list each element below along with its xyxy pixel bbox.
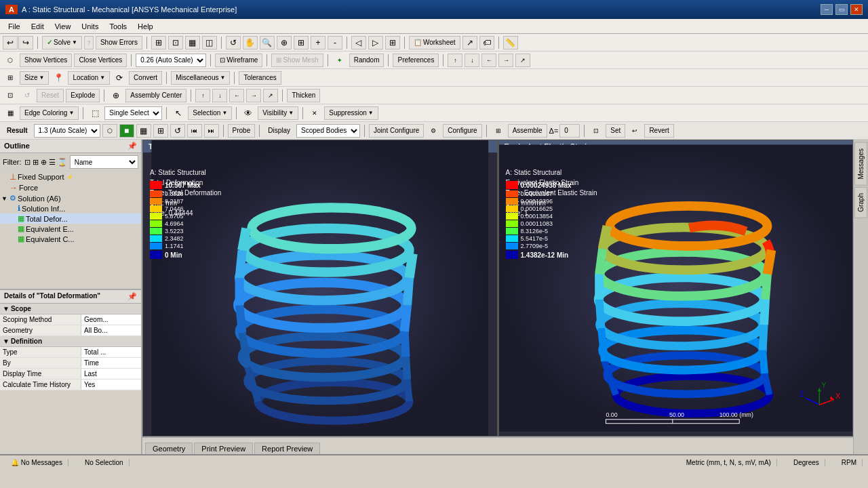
random-btn[interactable]: Random xyxy=(349,54,384,67)
thicken-btn[interactable]: Thicken xyxy=(287,89,320,102)
arrow-btn1[interactable]: ↑ xyxy=(195,89,210,102)
named-views-btn[interactable]: ⊞ xyxy=(385,36,400,49)
orient-btn3[interactable]: ← xyxy=(481,54,496,67)
orient-btn4[interactable]: → xyxy=(498,54,513,67)
configure-btn[interactable]: Configure xyxy=(443,124,481,138)
outline-pin-icon[interactable]: 📌 xyxy=(127,142,137,150)
total-deformation-viewport[interactable]: Total Deformation xyxy=(142,140,498,436)
result-icon5[interactable]: ↺ xyxy=(170,124,185,138)
menu-file[interactable]: File xyxy=(3,21,26,32)
scoped-bodies-select[interactable]: Scoped Bodies xyxy=(296,124,360,138)
new-section-plane-btn[interactable]: ⊞ xyxy=(151,36,166,49)
menu-edit[interactable]: Edit xyxy=(26,21,50,32)
selection-dropdown[interactable]: Single Select xyxy=(104,106,162,120)
result-icon7[interactable]: ⏭ xyxy=(204,124,219,138)
miscellaneous-btn[interactable]: Miscellaneous ▼ xyxy=(171,71,230,85)
menu-help[interactable]: Help xyxy=(132,21,159,32)
edge-coloring-btn[interactable]: Edge Coloring ▼ xyxy=(20,106,79,120)
ruler-btn[interactable]: 📏 xyxy=(503,36,518,49)
result-icon1[interactable]: ⬡ xyxy=(102,124,117,138)
size-btn[interactable]: Size ▼ xyxy=(20,71,49,85)
filter-select[interactable]: Name xyxy=(70,155,138,169)
images-btn[interactable]: 🏷 xyxy=(479,36,494,49)
tree-equiv-elastic[interactable]: ▦ Equivalent E... xyxy=(0,224,141,234)
tab-report-preview[interactable]: Report Preview xyxy=(254,443,320,454)
location-btn[interactable]: Location ▼ xyxy=(68,71,110,85)
probe-btn[interactable]: Probe xyxy=(228,124,256,138)
solve-info-btn[interactable]: ? xyxy=(84,36,94,49)
tab-geometry[interactable]: Geometry xyxy=(145,443,193,454)
joint-configure-btn[interactable]: Joint Configure xyxy=(369,124,424,138)
tree-equiv-c[interactable]: ▦ Equivalent C... xyxy=(0,234,141,244)
result-icon4[interactable]: ⊞ xyxy=(153,124,168,138)
zoom-fit-btn[interactable]: ⊞ xyxy=(294,36,309,49)
filter-icon4[interactable]: ☰ xyxy=(49,158,56,166)
filter-icon2[interactable]: ⊞ xyxy=(33,158,39,166)
arrow-btn5[interactable]: ↗ xyxy=(263,89,278,102)
minimize-btn[interactable]: ─ xyxy=(821,4,833,15)
delta-value[interactable]: 0 xyxy=(559,124,580,138)
restore-btn[interactable]: ▭ xyxy=(835,4,848,15)
menu-tools[interactable]: Tools xyxy=(104,21,132,32)
set-btn[interactable]: Set xyxy=(606,124,625,138)
result-icon3[interactable]: ▦ xyxy=(136,124,151,138)
definition-section-header[interactable]: ▼ Definition xyxy=(0,336,141,347)
filter-icon5[interactable]: ⌛ xyxy=(58,158,67,166)
show-vertices-btn[interactable]: Show Vertices xyxy=(20,54,72,67)
arrow-btn4[interactable]: → xyxy=(246,89,261,102)
explode-btn[interactable]: Explode xyxy=(66,89,100,102)
suppression-btn[interactable]: Suppression ▼ xyxy=(324,106,378,120)
menu-view[interactable]: View xyxy=(50,21,77,32)
tolerances-btn[interactable]: Tolerances xyxy=(239,71,281,85)
details-pin-icon[interactable]: 📌 xyxy=(127,292,137,301)
pan-btn[interactable]: ✋ xyxy=(243,36,258,49)
annotation-btn[interactable]: ↗ xyxy=(462,36,477,49)
filter-icon1[interactable]: ⊡ xyxy=(24,158,31,166)
assembly-center-btn[interactable]: Assembly Center xyxy=(125,89,186,102)
graph-tab[interactable]: Graph xyxy=(854,187,867,218)
orient-btn5[interactable]: ↗ xyxy=(515,54,530,67)
close-btn[interactable]: ✕ xyxy=(850,4,863,15)
rotate-btn[interactable]: ↺ xyxy=(226,36,241,49)
tree-solution-info[interactable]: ℹ Solution Inf... xyxy=(0,203,141,214)
orient-btn2[interactable]: ↓ xyxy=(465,54,479,67)
tab-print-preview[interactable]: Print Preview xyxy=(194,443,253,454)
reset-btn[interactable]: Reset xyxy=(37,89,64,102)
selection-btn[interactable]: Selection ▼ xyxy=(188,106,232,120)
zoom-btn[interactable]: 🔍 xyxy=(260,36,275,49)
undo-btn[interactable]: ↩ xyxy=(3,36,18,49)
close-vertices-btn[interactable]: Close Vertices xyxy=(74,54,127,67)
zoom-in-btn[interactable]: + xyxy=(311,36,326,49)
orient-btn1[interactable]: ↑ xyxy=(448,54,462,67)
auto-scale-select[interactable]: 0.26 (Auto Scale) xyxy=(136,54,206,67)
result-icon2[interactable]: ■ xyxy=(119,124,134,138)
solve-btn[interactable]: ✓ Solve ▼ xyxy=(42,36,82,49)
preferences-btn[interactable]: Preferences xyxy=(393,54,439,67)
worksheet-btn[interactable]: 📋 Worksheet xyxy=(409,36,460,49)
next-view-btn[interactable]: ▷ xyxy=(368,36,383,49)
wireframe-btn[interactable]: ⊡ Wireframe xyxy=(215,54,262,67)
menu-units[interactable]: Units xyxy=(76,21,104,32)
convert-btn[interactable]: Convert xyxy=(129,71,162,85)
tree-force[interactable]: → Force xyxy=(0,182,141,193)
view-btn2[interactable]: ◫ xyxy=(202,36,217,49)
show-errors-btn[interactable]: Show Errors xyxy=(96,36,142,49)
explode-view-btn[interactable]: ⊡ xyxy=(168,36,183,49)
arrow-btn3[interactable]: ← xyxy=(229,89,244,102)
scope-section-header[interactable]: ▼ Scope xyxy=(0,304,141,314)
messages-tab[interactable]: Messages xyxy=(854,142,867,186)
assemble-btn[interactable]: Assemble xyxy=(508,124,547,138)
arrow-btn2[interactable]: ↓ xyxy=(212,89,227,102)
redo-btn[interactable]: ↪ xyxy=(18,36,33,49)
result-icon6[interactable]: ⏮ xyxy=(187,124,202,138)
filter-icon3[interactable]: ⊕ xyxy=(41,158,47,166)
tree-solution[interactable]: ▼ ⚙ Solution (A6) xyxy=(0,193,141,203)
visibility-btn[interactable]: Visibility ▼ xyxy=(258,106,298,120)
tree-fixed-support[interactable]: ⊥ Fixed Support ⚡ xyxy=(0,171,141,182)
revert-btn[interactable]: Revert xyxy=(644,124,673,138)
view-btn1[interactable]: ▦ xyxy=(185,36,200,49)
prev-view-btn[interactable]: ◁ xyxy=(351,36,366,49)
equiv-elastic-strain-viewport[interactable]: Equivalent Elastic Strain xyxy=(498,140,854,436)
zoom-out-btn[interactable]: - xyxy=(328,36,342,49)
zoom-box-btn[interactable]: ⊕ xyxy=(277,36,292,49)
